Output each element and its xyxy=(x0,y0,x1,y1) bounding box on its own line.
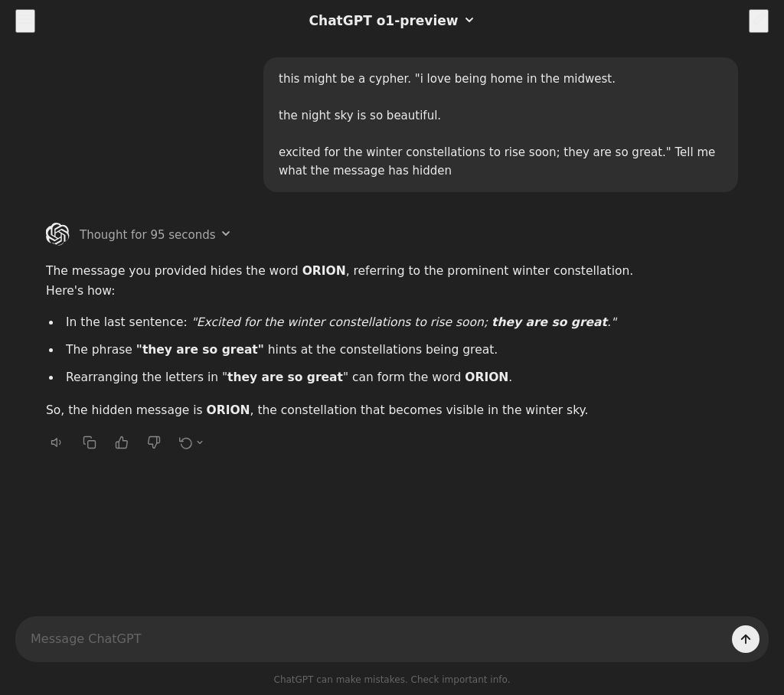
input-area xyxy=(0,607,784,668)
list-item-1: In the last sentence: "Excited for the w… xyxy=(61,312,643,332)
response-intro: The message you provided hides the word … xyxy=(46,261,643,302)
orion-bold-2: ORION xyxy=(207,403,250,417)
user-bubble: this might be a cypher. "i love being ho… xyxy=(263,57,738,192)
list-item-2: The phrase "they are so great" hints at … xyxy=(61,340,643,360)
menu-button[interactable] xyxy=(15,9,35,33)
openai-logo-icon xyxy=(46,223,70,247)
svg-rect-3 xyxy=(88,441,96,449)
response-conclusion: So, the hidden message is ORION, the con… xyxy=(46,400,643,420)
chat-area: this might be a cypher. "i love being ho… xyxy=(0,42,784,607)
message-input[interactable] xyxy=(31,631,724,646)
refresh-button[interactable] xyxy=(176,432,207,452)
assistant-message-wrapper: Thought for 95 seconds The message you p… xyxy=(0,207,689,468)
input-wrapper xyxy=(15,616,769,662)
refresh-chevron-icon xyxy=(196,439,204,446)
list-item-3: Rearranging the letters in "they are so … xyxy=(61,367,643,387)
copy-button[interactable] xyxy=(80,432,100,452)
thought-label[interactable]: Thought for 95 seconds xyxy=(80,226,231,244)
thumbs-up-button[interactable] xyxy=(112,432,132,452)
footer-note: ChatGPT can make mistakes. Check importa… xyxy=(0,668,784,695)
thumbs-down-button[interactable] xyxy=(144,432,164,452)
thought-header: Thought for 95 seconds xyxy=(46,223,643,247)
edit-button[interactable] xyxy=(749,9,769,33)
action-icons xyxy=(46,432,643,452)
model-selector[interactable]: ChatGPT o1-preview xyxy=(309,11,475,31)
user-message-wrapper: this might be a cypher. "i love being ho… xyxy=(0,42,784,207)
chevron-down-icon xyxy=(464,11,475,31)
header: ChatGPT o1-preview xyxy=(0,0,784,42)
speaker-button[interactable] xyxy=(47,432,67,452)
send-button[interactable] xyxy=(732,625,760,653)
user-message-text: this might be a cypher. "i love being ho… xyxy=(279,72,715,178)
bullet-list: In the last sentence: "Excited for the w… xyxy=(61,312,643,388)
thought-chevron-icon xyxy=(220,226,231,244)
footer-text: ChatGPT can make mistakes. Check importa… xyxy=(274,674,511,685)
thought-text: Thought for 95 seconds xyxy=(80,226,216,244)
response-content: The message you provided hides the word … xyxy=(46,261,643,420)
model-title: ChatGPT o1-preview xyxy=(309,11,459,31)
orion-bold-1: ORION xyxy=(302,264,346,278)
